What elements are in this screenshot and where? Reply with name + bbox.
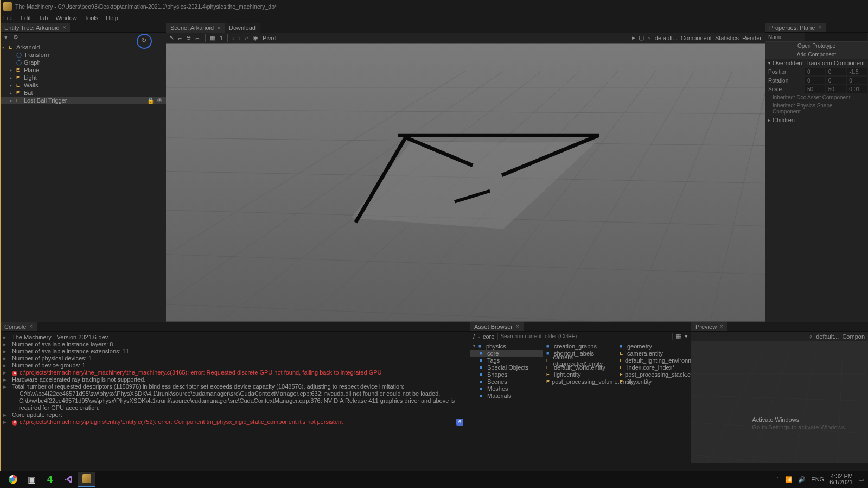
asset-item[interactable]: ■Materials: [470, 392, 543, 399]
menu-help[interactable]: Help: [106, 15, 118, 21]
open-prototype-button[interactable]: Open Prototype: [765, 41, 868, 50]
entity-tree[interactable]: ▾ E Arkanoid ◯Transform◯Graph▸EPlane▸ELi…: [0, 42, 166, 322]
name-input[interactable]: [805, 33, 867, 41]
next-icon[interactable]: ›: [239, 35, 241, 41]
chevron-right-icon[interactable]: ▸: [10, 83, 14, 88]
pivot-label[interactable]: Pivot: [263, 35, 276, 41]
visual-studio-icon[interactable]: [60, 472, 77, 487]
prev-icon[interactable]: ‹: [232, 35, 234, 41]
prop-input[interactable]: 0: [805, 68, 825, 75]
chrome-icon[interactable]: [4, 472, 22, 487]
close-icon[interactable]: ×: [818, 24, 821, 30]
rotate-tool-icon[interactable]: ⊖: [186, 34, 191, 41]
console-tab[interactable]: Console ×: [0, 322, 37, 331]
chevron-right-icon[interactable]: ▸: [10, 68, 14, 73]
chevron-down-icon[interactable]: ▾: [2, 45, 7, 50]
menu-edit[interactable]: Edit: [21, 15, 31, 21]
add-component-button[interactable]: Add Component: [765, 50, 868, 59]
asset-item[interactable]: ■Shapes: [470, 371, 543, 378]
preview-tab[interactable]: Preview ×: [691, 322, 727, 331]
app4-icon[interactable]: 4: [41, 472, 59, 487]
console-output[interactable]: ▸The Machinery - Version 2021.6-dev▸Numb…: [0, 332, 470, 463]
tree-item[interactable]: ▸ELost Ball Trigger🔒👁: [0, 97, 166, 104]
close-icon[interactable]: ×: [63, 24, 66, 30]
asset-browser-tab[interactable]: Asset Browser ×: [470, 322, 524, 331]
tree-item[interactable]: ▸EBat: [0, 89, 166, 97]
prop-input[interactable]: -1.5: [847, 68, 867, 75]
component-label[interactable]: Compon: [842, 333, 865, 340]
tree-item[interactable]: ◯Transform: [0, 51, 166, 59]
pivot-icon[interactable]: ◉: [253, 34, 258, 41]
clock[interactable]: 4:32 PM 6/1/2021: [829, 473, 853, 485]
asset-item[interactable]: Esky.entity: [616, 378, 690, 385]
prop-input[interactable]: 50: [826, 85, 846, 93]
asset-item[interactable]: Ecamera.entity: [616, 350, 690, 357]
menu-window[interactable]: Window: [55, 15, 76, 21]
chevron-right-icon[interactable]: ▸: [10, 91, 14, 96]
component-button[interactable]: Component: [681, 35, 712, 41]
tree-item[interactable]: ▸EWalls: [0, 81, 166, 89]
eye-icon[interactable]: 👁: [157, 97, 163, 104]
menu-tools[interactable]: Tools: [85, 15, 99, 21]
lock-icon[interactable]: 🔒: [147, 97, 155, 104]
tree-root[interactable]: ▾ E Arkanoid: [0, 43, 166, 51]
close-icon[interactable]: ×: [29, 324, 33, 329]
asset-item[interactable]: ■geometry: [616, 343, 690, 350]
scale-tool-icon[interactable]: ⌐.: [195, 35, 200, 41]
asset-item[interactable]: ▾■physics: [470, 343, 543, 350]
breadcrumb[interactable]: / › core: [473, 333, 494, 340]
scene-tab[interactable]: Scene: Arkanoid ×: [166, 23, 225, 33]
move-tool-icon[interactable]: ⌐: [178, 35, 182, 41]
tree-item[interactable]: ▸ELight: [0, 74, 166, 81]
filter-icon[interactable]: ▾: [2, 34, 10, 41]
terminal-icon[interactable]: ▣: [23, 472, 40, 487]
chevron-down-icon[interactable]: ▾: [768, 61, 770, 66]
asset-item[interactable]: ■Special Objects: [470, 364, 543, 371]
wifi-icon[interactable]: 📶: [785, 476, 793, 483]
snap-value[interactable]: 1: [220, 35, 223, 41]
search-input[interactable]: [497, 333, 673, 340]
asset-item[interactable]: Edefault_lighting_environment.entity: [616, 357, 690, 364]
tree-item[interactable]: ▸EPlane: [0, 66, 166, 74]
default-dropdown[interactable]: default...: [816, 333, 839, 340]
asset-item[interactable]: ■core: [470, 350, 543, 357]
home-icon[interactable]: ⌂: [245, 35, 248, 41]
preview-viewport[interactable]: Activate Windows Go to Settings to activ…: [691, 341, 868, 463]
chevron-right-icon[interactable]: ▸: [768, 118, 770, 123]
prop-input[interactable]: 0: [826, 68, 846, 75]
tray-chevron-icon[interactable]: ˄: [776, 476, 780, 483]
prop-input[interactable]: 50: [805, 85, 825, 93]
grid-icon[interactable]: ▦: [210, 34, 215, 41]
asset-item[interactable]: Elight.entity: [543, 371, 616, 378]
play-icon[interactable]: ▸: [632, 34, 635, 41]
menu-tab[interactable]: Tab: [39, 15, 48, 21]
asset-item[interactable]: Epost_processing_stack.entity: [616, 371, 690, 378]
entity-tree-tab[interactable]: Entity Tree: Arkanoid ×: [0, 23, 70, 32]
notifications-icon[interactable]: ▭: [858, 476, 864, 483]
close-icon[interactable]: ×: [720, 324, 723, 329]
render-button[interactable]: Render: [742, 35, 762, 41]
grid-view-icon[interactable]: ▦: [676, 333, 681, 340]
asset-item[interactable]: ■Scenes: [470, 378, 543, 385]
prop-input[interactable]: 0: [826, 77, 846, 84]
asset-item[interactable]: Epost_processing_volume.entity: [543, 378, 616, 385]
volume-icon[interactable]: 🔊: [798, 476, 806, 483]
box-icon[interactable]: ▢: [639, 34, 644, 41]
close-icon[interactable]: ×: [217, 25, 220, 31]
chevron-right-icon[interactable]: ▸: [10, 75, 14, 80]
download-tab[interactable]: Download: [225, 23, 260, 33]
asset-item[interactable]: ■Tags: [470, 357, 543, 364]
close-icon[interactable]: ×: [516, 324, 519, 329]
light-icon[interactable]: ♀: [647, 35, 652, 41]
statistics-button[interactable]: Statistics: [715, 35, 739, 41]
asset-item[interactable]: ■creation_graphs: [543, 343, 616, 350]
properties-tab[interactable]: Properties: Plane ×: [765, 23, 826, 32]
tree-item[interactable]: ◯Graph: [0, 59, 166, 66]
select-tool-icon[interactable]: ↖: [169, 34, 174, 41]
gear-icon[interactable]: ⚙: [12, 34, 20, 41]
machinery-icon[interactable]: [78, 472, 95, 487]
default-dropdown[interactable]: default...: [655, 35, 678, 41]
asset-item[interactable]: Ecamera (deprecated).entity: [543, 357, 616, 364]
prop-input[interactable]: 0.01: [847, 85, 867, 93]
prop-input[interactable]: 0: [847, 77, 867, 84]
